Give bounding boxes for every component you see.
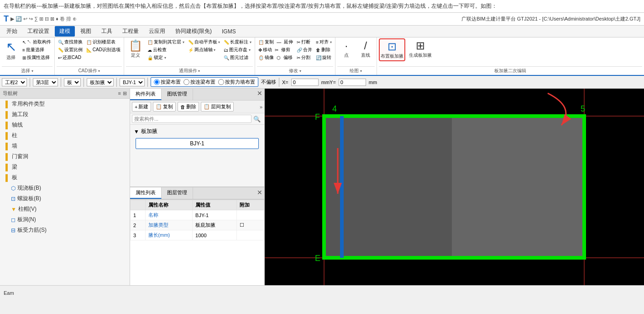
component-search-input[interactable] [132,115,251,123]
radio-by-shear-wall-input[interactable] [218,79,224,85]
tab-props-list[interactable]: 属性列表 [130,187,162,199]
lock-btn[interactable]: 🔒锁定 ▾ [146,54,186,61]
find-replace-btn[interactable]: 🔍查找替换 [57,38,84,46]
length-mark-btn[interactable]: 📏长度标注 ▾ [222,38,253,46]
tree-item-slab-rebar[interactable]: ⊟ 板受力筋(S) [0,225,130,235]
merge-btn[interactable]: 🔗合并 [295,46,314,53]
tab-layer-mgmt[interactable]: 图层管理 [162,187,193,199]
options-bar: 工程2 第3层 板 板加腋 BJY-1 按梁布置 按连梁布置 按剪力墙布置 不偏… [0,76,644,89]
menu-igms[interactable]: IGMS [217,27,241,36]
component-select[interactable]: BJY-1 [120,78,145,86]
se-icon: 🗂 [224,48,228,53]
tree-item-common[interactable]: ▌常用构件类型 [0,99,130,109]
copy-btn[interactable]: 📋复制—延伸 [257,38,294,46]
draw-point-btn[interactable]: · 点 [337,38,356,59]
tree-item-slab[interactable]: ▌板 [0,172,130,183]
menu-collab[interactable]: 协同建模(限免) [171,26,216,37]
rotate-btn[interactable]: 🔄旋转 [314,54,333,61]
tree-item-wall[interactable]: ▌墙 [0,141,130,151]
interlayer-copy-btn[interactable]: 📋 层间复制 [201,102,234,112]
menu-cloud[interactable]: 云应用 [144,26,170,37]
identify-floors-btn[interactable]: 📋识别楼层表 [85,38,122,46]
prop-extra-3 [237,230,264,240]
tree-item-spiral-slab[interactable]: ⊡ 螺旋板(B) [0,193,130,204]
bullet-wall: ▌ [5,143,10,150]
copy-component-btn[interactable]: 📋 复制 [153,102,176,112]
arrange-slab-haunch-btn[interactable]: ⊡ 布置板加腋 [379,38,405,61]
menu-settings[interactable]: 工程设置 [23,26,54,37]
prop-link-name[interactable]: 名称 [148,212,158,218]
center-panel-close[interactable]: ✕ [257,90,262,97]
radio-by-beam[interactable]: 按梁布置 [154,79,181,85]
prop-value-3[interactable]: 1000 [193,230,237,240]
set-scale-btn[interactable]: 📏设置比例 [57,46,84,53]
floor-select[interactable]: 第3层 [33,78,58,86]
tab-drawing-mgmt[interactable]: 图纸管理 [162,89,193,100]
select-button[interactable]: ↖ 选择 [2,38,20,62]
generate-slab-haunch-btn[interactable]: ⊞ 生成板加腋 [406,38,435,59]
menu-model[interactable]: 建模 [55,26,75,37]
auto-align-btn[interactable]: 📏自动平齐板 ▾ [187,38,222,46]
break-btn[interactable]: ✂打断 [295,38,314,46]
project-select[interactable]: 工程2 [2,78,27,86]
list-icon[interactable]: ≡ [118,90,121,96]
left-nav-panel: 导航树 ≡ ⊞ ▌常用构件类型 ▌施工段 ▌轴线 ▌柱 ▌墙 ▌门窗洞 ▌梁 ▌… [0,89,130,285]
menu-start[interactable]: 开始 [2,26,22,37]
tab-component-list[interactable]: 构件列表 [130,89,162,100]
radio-by-conn-beam[interactable]: 按连梁布置 [183,79,215,85]
batch-select-btn[interactable]: ≡批量选择 [21,46,52,53]
tree-item-opening[interactable]: ▌门窗洞 [0,151,130,162]
delete-btn[interactable]: 🗑删除 [314,46,333,53]
pick-component-btn[interactable]: ↖↖ 拾取构件 [21,38,52,46]
prop-select-btn[interactable]: ⊞按属性选择 [21,54,52,61]
delete-component-btn[interactable]: 🗑 删除 [178,102,199,112]
floors-icon: 📋 [86,40,92,45]
tree-item-beam[interactable]: ▌梁 [0,162,130,172]
cloud-check-btn[interactable]: ☁云检查 [146,46,186,53]
split-btn[interactable]: ✂分割 [295,54,314,61]
props-panel-close[interactable]: ✕ [257,189,262,196]
align-btn[interactable]: ≡对齐 ▾ [314,38,333,46]
menu-quantity[interactable]: 工程量 [118,26,143,37]
define-btn[interactable]: 📋 定义 [126,38,145,59]
copy-layer-btn[interactable]: 📋复制到其它层 ▾ [146,38,186,46]
radio-by-shear-wall[interactable]: 按剪力墙布置 [218,79,255,85]
tree-item-slab-hole[interactable]: ◻ 板洞(N) [0,214,130,225]
restore-cad-btn[interactable]: ↩还原CAD [57,54,84,61]
arrange-haunch-icon: ⊡ [387,40,397,53]
menu-view[interactable]: 视图 [76,26,96,37]
x-input[interactable] [291,79,319,86]
new-btn[interactable]: + 新建 [132,102,151,112]
prop-num-1: 1 [131,210,146,220]
prop-link-type[interactable]: 加腋类型 [148,222,168,228]
mirror-btn[interactable]: 🪞镜像⬡偏移 [257,54,294,61]
prop-link-length[interactable]: 腋长(mm) [148,232,170,238]
type-select[interactable]: 板 [64,78,81,86]
grid-icon[interactable]: ⊞ [123,90,127,96]
tree-item-column[interactable]: ▌柱 [0,130,130,141]
tree-item-column-cap[interactable]: ▼ 柱帽(V) [0,204,130,214]
component-search-bar: 🔍 [130,113,264,125]
radio-by-conn-beam-input[interactable] [183,79,189,85]
save-element-btn[interactable]: 🗂图元存盘 ▾ [222,46,253,53]
slab-rebar-icon: ⊟ [11,227,16,234]
subtype-select[interactable]: 板加腋 [87,78,114,86]
prop-value-1[interactable]: BJY-1 [193,210,237,220]
interlayer-icon: 📋 [204,104,210,110]
menu-tools[interactable]: 工具 [97,26,117,37]
draw-line-btn[interactable]: / 直线 [356,38,375,59]
radio-by-beam-input[interactable] [154,79,160,85]
tree-item-construction-stage[interactable]: ▌施工段 [0,109,130,120]
y-input[interactable] [339,79,366,86]
component-bjy1[interactable]: BJY-1 [136,138,259,149]
window-title: 广联达BIM土建计量平台 GTJ2021 - [C:\Users\Adminis… [461,16,640,22]
more-btn[interactable]: » [260,104,262,110]
move-btn[interactable]: ✥移动✂修剪 [257,46,294,53]
filter-element-btn[interactable]: 🔍图元过滤 [222,54,253,61]
expand-icon[interactable]: ▼ [134,128,139,135]
cad-options-btn[interactable]: 📐CAD识别选项 [85,46,122,53]
tree-item-cast-slab[interactable]: ⬡ 现浇板(B) [0,183,130,193]
tree-item-axis[interactable]: ▌轴线 [0,120,130,130]
prop-value-2[interactable]: 板庇加腋 [193,220,237,230]
two-pt-axis-btn[interactable]: ⚡两点辅轴 ▾ [187,46,222,53]
